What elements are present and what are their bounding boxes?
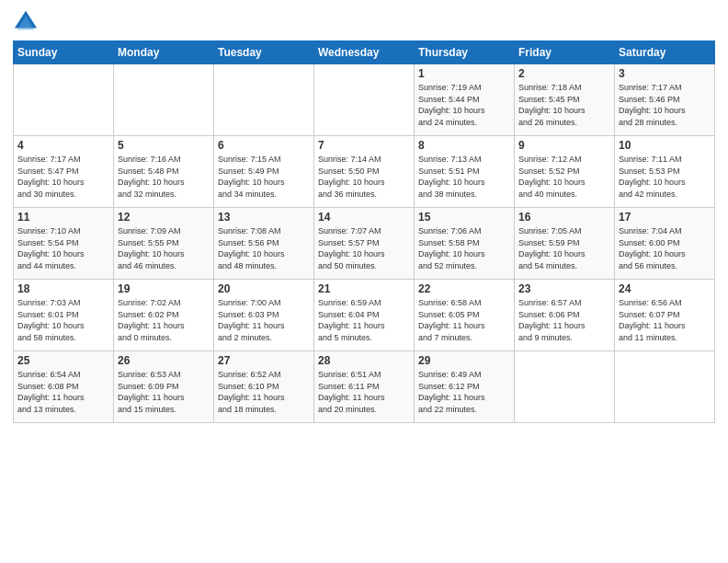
day-cell: 7Sunrise: 7:14 AM Sunset: 5:50 PM Daylig… [314,136,415,208]
day-number: 12 [118,211,210,224]
day-info: Sunrise: 7:15 AM Sunset: 5:49 PM Dayligh… [218,154,310,200]
day-number: 7 [318,139,410,152]
day-cell: 26Sunrise: 6:53 AM Sunset: 6:09 PM Dayli… [114,351,214,423]
day-info: Sunrise: 7:13 AM Sunset: 5:51 PM Dayligh… [418,154,510,200]
day-info: Sunrise: 6:57 AM Sunset: 6:06 PM Dayligh… [518,297,610,343]
day-info: Sunrise: 7:07 AM Sunset: 5:57 PM Dayligh… [318,225,410,271]
day-number: 17 [619,211,711,224]
day-cell: 8Sunrise: 7:13 AM Sunset: 5:51 PM Daylig… [415,136,515,208]
day-info: Sunrise: 7:08 AM Sunset: 5:56 PM Dayligh… [218,225,310,271]
day-number: 20 [218,282,310,295]
day-number: 16 [518,211,610,224]
day-cell: 18Sunrise: 7:03 AM Sunset: 6:01 PM Dayli… [14,280,114,351]
day-cell: 11Sunrise: 7:10 AM Sunset: 5:54 PM Dayli… [14,208,114,280]
weekday-friday: Friday [515,41,615,64]
day-cell: 12Sunrise: 7:09 AM Sunset: 5:55 PM Dayli… [114,208,214,280]
day-info: Sunrise: 7:10 AM Sunset: 5:54 PM Dayligh… [17,225,109,271]
day-cell [214,64,314,136]
day-cell: 1Sunrise: 7:19 AM Sunset: 5:44 PM Daylig… [415,64,515,136]
day-info: Sunrise: 7:02 AM Sunset: 6:02 PM Dayligh… [118,297,210,343]
day-info: Sunrise: 7:11 AM Sunset: 5:53 PM Dayligh… [619,154,711,200]
day-number: 18 [17,282,109,295]
day-cell: 4Sunrise: 7:17 AM Sunset: 5:47 PM Daylig… [14,136,114,208]
calendar-table: SundayMondayTuesdayWednesdayThursdayFrid… [13,40,715,423]
weekday-wednesday: Wednesday [314,41,415,64]
day-cell [615,351,715,423]
day-info: Sunrise: 7:09 AM Sunset: 5:55 PM Dayligh… [118,225,210,271]
day-cell: 23Sunrise: 6:57 AM Sunset: 6:06 PM Dayli… [515,280,615,351]
day-cell [14,64,114,136]
day-info: Sunrise: 6:54 AM Sunset: 6:08 PM Dayligh… [17,369,109,415]
day-info: Sunrise: 6:52 AM Sunset: 6:10 PM Dayligh… [218,369,310,415]
day-number: 6 [218,139,310,152]
day-number: 1 [418,67,510,80]
day-info: Sunrise: 6:53 AM Sunset: 6:09 PM Dayligh… [118,369,210,415]
weekday-tuesday: Tuesday [214,41,314,64]
day-info: Sunrise: 7:19 AM Sunset: 5:44 PM Dayligh… [418,82,510,128]
day-cell: 14Sunrise: 7:07 AM Sunset: 5:57 PM Dayli… [314,208,415,280]
day-number: 29 [418,354,510,367]
weekday-monday: Monday [114,41,214,64]
day-number: 25 [17,354,109,367]
day-number: 4 [17,139,109,152]
calendar-page: SundayMondayTuesdayWednesdayThursdayFrid… [0,0,728,563]
day-number: 5 [118,139,210,152]
weekday-thursday: Thursday [415,41,515,64]
day-cell: 13Sunrise: 7:08 AM Sunset: 5:56 PM Dayli… [214,208,314,280]
day-cell: 21Sunrise: 6:59 AM Sunset: 6:04 PM Dayli… [314,280,415,351]
day-info: Sunrise: 6:51 AM Sunset: 6:11 PM Dayligh… [318,369,410,415]
weekday-sunday: Sunday [14,41,114,64]
day-cell: 10Sunrise: 7:11 AM Sunset: 5:53 PM Dayli… [615,136,715,208]
day-cell: 27Sunrise: 6:52 AM Sunset: 6:10 PM Dayli… [214,351,314,423]
weekday-saturday: Saturday [615,41,715,64]
day-cell: 15Sunrise: 7:06 AM Sunset: 5:58 PM Dayli… [415,208,515,280]
day-number: 10 [619,139,711,152]
week-row-0: 1Sunrise: 7:19 AM Sunset: 5:44 PM Daylig… [14,64,715,136]
day-cell: 9Sunrise: 7:12 AM Sunset: 5:52 PM Daylig… [515,136,615,208]
day-info: Sunrise: 7:12 AM Sunset: 5:52 PM Dayligh… [518,154,610,200]
day-info: Sunrise: 6:56 AM Sunset: 6:07 PM Dayligh… [619,297,711,343]
day-number: 21 [318,282,410,295]
day-cell: 22Sunrise: 6:58 AM Sunset: 6:05 PM Dayli… [415,280,515,351]
day-number: 19 [118,282,210,295]
day-number: 13 [218,211,310,224]
day-number: 14 [318,211,410,224]
day-info: Sunrise: 7:17 AM Sunset: 5:46 PM Dayligh… [619,82,711,128]
day-number: 23 [518,282,610,295]
day-info: Sunrise: 7:17 AM Sunset: 5:47 PM Dayligh… [17,154,109,200]
day-cell: 29Sunrise: 6:49 AM Sunset: 6:12 PM Dayli… [415,351,515,423]
day-cell: 25Sunrise: 6:54 AM Sunset: 6:08 PM Dayli… [14,351,114,423]
day-cell: 28Sunrise: 6:51 AM Sunset: 6:11 PM Dayli… [314,351,415,423]
logo-icon [13,9,39,35]
day-cell [515,351,615,423]
day-cell: 5Sunrise: 7:16 AM Sunset: 5:48 PM Daylig… [114,136,214,208]
day-number: 2 [518,67,610,80]
day-info: Sunrise: 7:04 AM Sunset: 6:00 PM Dayligh… [619,225,711,271]
day-cell: 24Sunrise: 6:56 AM Sunset: 6:07 PM Dayli… [615,280,715,351]
day-info: Sunrise: 7:05 AM Sunset: 5:59 PM Dayligh… [518,225,610,271]
day-cell: 20Sunrise: 7:00 AM Sunset: 6:03 PM Dayli… [214,280,314,351]
day-info: Sunrise: 6:49 AM Sunset: 6:12 PM Dayligh… [418,369,510,415]
day-number: 22 [418,282,510,295]
weekday-header-row: SundayMondayTuesdayWednesdayThursdayFrid… [14,41,715,64]
day-number: 27 [218,354,310,367]
day-info: Sunrise: 7:06 AM Sunset: 5:58 PM Dayligh… [418,225,510,271]
day-cell: 6Sunrise: 7:15 AM Sunset: 5:49 PM Daylig… [214,136,314,208]
week-row-3: 18Sunrise: 7:03 AM Sunset: 6:01 PM Dayli… [14,280,715,351]
day-info: Sunrise: 7:03 AM Sunset: 6:01 PM Dayligh… [17,297,109,343]
header [13,9,715,35]
day-number: 24 [619,282,711,295]
day-number: 8 [418,139,510,152]
day-cell [314,64,415,136]
week-row-1: 4Sunrise: 7:17 AM Sunset: 5:47 PM Daylig… [14,136,715,208]
day-number: 15 [418,211,510,224]
day-info: Sunrise: 7:00 AM Sunset: 6:03 PM Dayligh… [218,297,310,343]
day-number: 9 [518,139,610,152]
day-number: 28 [318,354,410,367]
week-row-4: 25Sunrise: 6:54 AM Sunset: 6:08 PM Dayli… [14,351,715,423]
logo [13,9,42,35]
day-info: Sunrise: 7:14 AM Sunset: 5:50 PM Dayligh… [318,154,410,200]
day-info: Sunrise: 6:58 AM Sunset: 6:05 PM Dayligh… [418,297,510,343]
day-cell: 3Sunrise: 7:17 AM Sunset: 5:46 PM Daylig… [615,64,715,136]
day-cell: 2Sunrise: 7:18 AM Sunset: 5:45 PM Daylig… [515,64,615,136]
